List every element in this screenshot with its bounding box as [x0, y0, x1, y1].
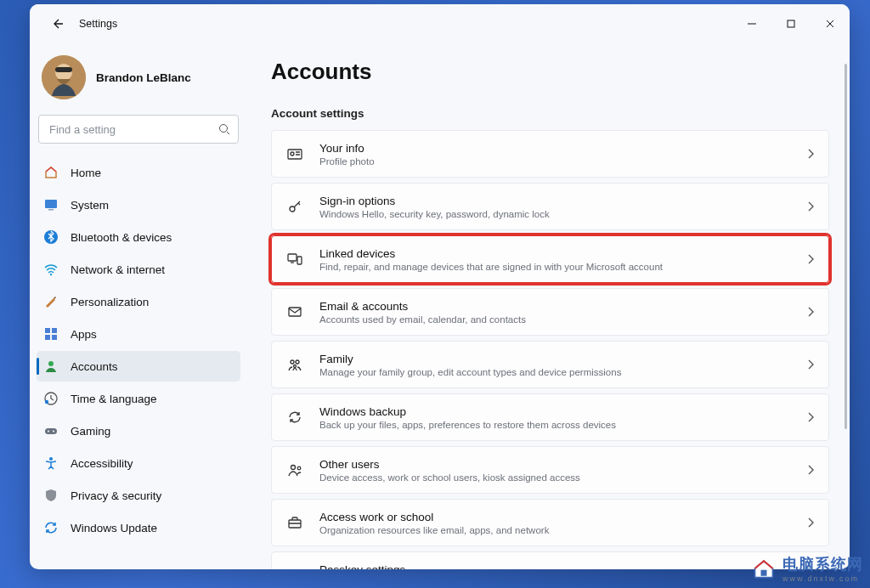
settings-card-mail[interactable]: Email & accountsAccounts used by email, … [271, 288, 829, 336]
scrollbar[interactable] [845, 64, 847, 429]
watermark-url: www.dnxtw.com [782, 574, 859, 583]
nav-item-privacy[interactable]: Privacy & security [37, 480, 240, 511]
nav-item-label: System [71, 199, 109, 212]
nav-item-apps[interactable]: Apps [37, 319, 240, 349]
gaming-icon [43, 423, 59, 438]
briefcase-icon [285, 513, 304, 532]
svg-point-29 [291, 466, 296, 470]
card-subtitle: Device access, work or school users, kio… [319, 472, 580, 483]
chevron-right-icon [806, 253, 815, 265]
settings-card-passkey[interactable]: Passkey settingsUse your face, fingerpri… [271, 551, 829, 569]
nav-item-label: Time & language [71, 393, 157, 405]
nav-item-network[interactable]: Network & internet [37, 254, 240, 285]
svg-rect-5 [45, 200, 57, 208]
chevron-right-icon [806, 464, 815, 476]
nav-item-gaming[interactable]: Gaming [37, 416, 240, 446]
window-controls [732, 4, 850, 43]
card-list: Your infoProfile photoSign-in optionsWin… [271, 130, 829, 569]
accessibility-icon [43, 455, 59, 471]
minimize-button[interactable] [732, 4, 771, 43]
svg-point-13 [48, 361, 54, 366]
maximize-button[interactable] [771, 4, 811, 43]
nav-item-label: Home [71, 167, 101, 179]
key-icon [285, 197, 304, 216]
card-subtitle: Organization resources like email, apps,… [319, 525, 549, 535]
chevron-right-icon [806, 148, 815, 160]
card-title: Family [319, 353, 621, 365]
privacy-icon [43, 488, 59, 503]
svg-rect-3 [55, 67, 72, 72]
chevron-right-icon [806, 411, 815, 423]
card-subtitle: Profile photo [319, 156, 375, 167]
svg-rect-16 [45, 428, 57, 434]
card-title: Email & accounts [319, 300, 526, 313]
settings-card-briefcase[interactable]: Access work or schoolOrganization resour… [271, 499, 829, 546]
nav-item-label: Network & internet [71, 263, 165, 276]
search-wrap [38, 115, 239, 144]
svg-rect-9 [45, 328, 50, 333]
svg-rect-10 [52, 328, 57, 333]
chevron-right-icon [806, 517, 815, 529]
nav-item-time[interactable]: Time & language [37, 383, 240, 414]
nav-item-label: Apps [71, 328, 97, 341]
svg-point-21 [291, 152, 294, 155]
nav-item-label: Accounts [71, 360, 118, 373]
nav-item-home[interactable]: Home [37, 157, 240, 188]
svg-rect-25 [289, 308, 301, 316]
svg-rect-11 [45, 335, 50, 340]
settings-card-other-users[interactable]: Other usersDevice access, work or school… [271, 446, 829, 494]
svg-rect-34 [761, 570, 767, 576]
svg-point-15 [45, 400, 48, 404]
svg-point-18 [53, 431, 54, 433]
content: Accounts Account settings Your infoProfi… [247, 43, 850, 569]
card-title: Other users [319, 458, 580, 471]
svg-rect-6 [48, 209, 54, 211]
card-subtitle: Back up your files, apps, preferences to… [319, 420, 616, 430]
nav-item-system[interactable]: System [37, 189, 240, 220]
update-icon [43, 520, 59, 535]
other-users-icon [285, 461, 304, 479]
settings-card-key[interactable]: Sign-in optionsWindows Hello, security k… [271, 183, 829, 230]
nav-item-bluetooth[interactable]: Bluetooth & devices [37, 222, 240, 252]
settings-card-family[interactable]: FamilyManage your family group, edit acc… [271, 341, 829, 388]
page-title: Accounts [271, 59, 829, 85]
home-icon [43, 165, 59, 180]
avatar [42, 55, 86, 99]
sidebar: Brandon LeBlanc HomeSystemBluetooth & de… [30, 43, 247, 569]
card-subtitle: Find, repair, and manage devices that ar… [319, 262, 663, 272]
nav-item-update[interactable]: Windows Update [37, 512, 240, 543]
svg-rect-23 [288, 254, 297, 261]
arrow-left-icon [50, 17, 64, 31]
settings-card-backup[interactable]: Windows backupBack up your files, apps, … [271, 393, 829, 441]
card-subtitle: Manage your family group, edit account t… [319, 367, 621, 377]
svg-point-27 [296, 360, 299, 364]
bluetooth-icon [43, 229, 59, 245]
nav-item-accounts[interactable]: Accounts [37, 351, 240, 382]
titlebar: Settings [30, 4, 850, 43]
svg-rect-24 [297, 257, 302, 264]
person-card-icon [285, 144, 304, 163]
card-subtitle: Accounts used by email, calendar, and co… [319, 314, 526, 325]
nav-item-accessibility[interactable]: Accessibility [37, 448, 240, 478]
settings-card-devices[interactable]: Linked devicesFind, repair, and manage d… [271, 235, 829, 283]
card-title: Your info [319, 142, 375, 155]
search-input[interactable] [38, 115, 239, 144]
system-icon [43, 197, 59, 212]
svg-point-19 [49, 457, 53, 461]
svg-rect-0 [788, 20, 794, 27]
nav-item-label: Accessibility [71, 457, 133, 470]
card-subtitle: Windows Hello, security key, password, d… [319, 209, 550, 219]
section-title: Account settings [271, 107, 829, 120]
profile-row[interactable]: Brandon LeBlanc [37, 47, 240, 115]
back-button[interactable] [45, 12, 69, 36]
backup-icon [285, 408, 304, 427]
nav-item-personalization[interactable]: Personalization [37, 286, 240, 317]
close-button[interactable] [811, 4, 850, 43]
settings-card-person-card[interactable]: Your infoProfile photo [271, 130, 829, 178]
card-title: Sign-in options [319, 195, 550, 207]
devices-icon [285, 250, 304, 269]
chevron-right-icon [806, 306, 815, 318]
svg-point-30 [297, 466, 301, 470]
svg-point-17 [48, 431, 49, 433]
svg-point-8 [50, 274, 52, 275]
